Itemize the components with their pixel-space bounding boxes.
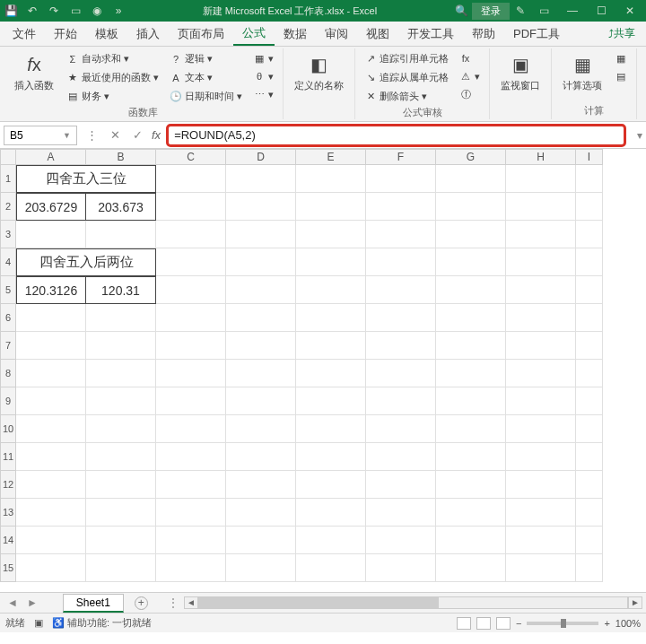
- cell[interactable]: [156, 443, 226, 471]
- cell[interactable]: [436, 387, 506, 415]
- cell[interactable]: [86, 221, 156, 248]
- trace-dependents-button[interactable]: ↘追踪从属单元格: [361, 69, 452, 86]
- close-icon[interactable]: ✕: [617, 4, 642, 17]
- tab-formulas[interactable]: 公式: [233, 22, 275, 46]
- more-icon[interactable]: »: [111, 4, 126, 18]
- remove-arrows-button[interactable]: ✕删除箭头 ▾: [361, 88, 452, 105]
- cell[interactable]: [16, 527, 86, 554]
- cell[interactable]: [576, 332, 603, 360]
- share-button[interactable]: ⤴ 共享: [598, 22, 646, 46]
- tab-home[interactable]: 开始: [45, 22, 86, 46]
- cell[interactable]: [86, 415, 156, 443]
- expand-icon[interactable]: ▾: [637, 129, 642, 142]
- cell[interactable]: [576, 221, 603, 248]
- cell[interactable]: [436, 332, 506, 360]
- undo-icon[interactable]: ↶: [25, 4, 39, 18]
- cell[interactable]: [506, 415, 576, 443]
- logic-button[interactable]: ?逻辑 ▾: [166, 50, 246, 67]
- tab-view[interactable]: 视图: [357, 22, 398, 46]
- cell[interactable]: [436, 443, 506, 471]
- cell[interactable]: [506, 360, 576, 387]
- cell[interactable]: [156, 527, 226, 554]
- maximize-icon[interactable]: ☐: [589, 4, 614, 17]
- cell[interactable]: [226, 165, 296, 193]
- col-head-h[interactable]: H: [506, 149, 576, 165]
- more-func-button[interactable]: ⋯▾: [249, 86, 277, 102]
- cell[interactable]: [576, 248, 603, 276]
- cell[interactable]: [86, 360, 156, 387]
- cell[interactable]: [436, 165, 506, 193]
- cell[interactable]: [226, 527, 296, 554]
- col-head-a[interactable]: A: [16, 149, 86, 165]
- cell[interactable]: [366, 221, 436, 248]
- date-button[interactable]: 🕒日期和时间 ▾: [166, 88, 246, 105]
- cell[interactable]: [156, 304, 226, 332]
- autosum-button[interactable]: Σ自动求和 ▾: [63, 50, 162, 67]
- cell[interactable]: [366, 165, 436, 193]
- cell[interactable]: [156, 415, 226, 443]
- tab-review[interactable]: 审阅: [316, 22, 357, 46]
- row-head[interactable]: 2: [0, 193, 16, 221]
- cell[interactable]: [86, 332, 156, 360]
- col-head-f[interactable]: F: [366, 149, 436, 165]
- merged-cell[interactable]: 四舍五入三位: [16, 165, 156, 193]
- cell[interactable]: [436, 193, 506, 221]
- cell[interactable]: [436, 527, 506, 554]
- name-box[interactable]: B5▼: [4, 126, 77, 145]
- record-icon[interactable]: ▣: [34, 617, 43, 629]
- cell[interactable]: [16, 554, 86, 582]
- cell[interactable]: [156, 221, 226, 248]
- login-button[interactable]: 登录: [472, 3, 510, 20]
- row-head[interactable]: 7: [0, 332, 16, 360]
- cell[interactable]: [296, 499, 366, 527]
- financial-button[interactable]: ▤财务 ▾: [63, 88, 162, 105]
- cell[interactable]: [436, 248, 506, 276]
- cell[interactable]: [226, 499, 296, 527]
- cell[interactable]: [226, 193, 296, 221]
- cell[interactable]: [86, 471, 156, 499]
- row-head[interactable]: 9: [0, 387, 16, 415]
- cell[interactable]: [296, 165, 366, 193]
- merged-cell[interactable]: 四舍五入后两位: [16, 248, 156, 276]
- select-all-corner[interactable]: [0, 149, 16, 165]
- cell[interactable]: [506, 387, 576, 415]
- cell[interactable]: [436, 221, 506, 248]
- cell[interactable]: [86, 499, 156, 527]
- cell[interactable]: [16, 443, 86, 471]
- row-head[interactable]: 1: [0, 165, 16, 193]
- cell[interactable]: [226, 415, 296, 443]
- cell[interactable]: [226, 304, 296, 332]
- cell[interactable]: [86, 304, 156, 332]
- watch-window-button[interactable]: ▣ 监视窗口: [495, 50, 546, 94]
- cell[interactable]: [366, 276, 436, 304]
- cell[interactable]: [366, 360, 436, 387]
- cell[interactable]: [296, 276, 366, 304]
- cell[interactable]: [226, 554, 296, 582]
- cell[interactable]: [16, 332, 86, 360]
- scroll-right-button[interactable]: ►: [628, 596, 642, 609]
- tab-template[interactable]: 模板: [86, 22, 127, 46]
- cell[interactable]: [506, 276, 576, 304]
- cell[interactable]: [86, 387, 156, 415]
- cell[interactable]: [506, 165, 576, 193]
- cell[interactable]: [156, 499, 226, 527]
- cell[interactable]: [576, 471, 603, 499]
- cancel-formula-button[interactable]: ✕: [107, 128, 124, 142]
- show-formula-button[interactable]: fx: [456, 50, 484, 66]
- cell[interactable]: [576, 360, 603, 387]
- cell[interactable]: [296, 387, 366, 415]
- calc-options-button[interactable]: ▦ 计算选项: [557, 50, 607, 94]
- cell[interactable]: [366, 387, 436, 415]
- cell[interactable]: [506, 221, 576, 248]
- tab-insert[interactable]: 插入: [127, 22, 169, 46]
- defined-names-button[interactable]: ◧ 定义的名称: [289, 50, 349, 94]
- cell[interactable]: [16, 387, 86, 415]
- cell[interactable]: 120.3126: [16, 276, 86, 304]
- row-head[interactable]: 11: [0, 443, 16, 471]
- cell[interactable]: 120.31: [86, 276, 156, 304]
- cell[interactable]: [296, 193, 366, 221]
- cell[interactable]: [506, 443, 576, 471]
- cell[interactable]: [156, 165, 226, 193]
- cell[interactable]: [366, 304, 436, 332]
- redo-icon[interactable]: ↷: [47, 4, 61, 18]
